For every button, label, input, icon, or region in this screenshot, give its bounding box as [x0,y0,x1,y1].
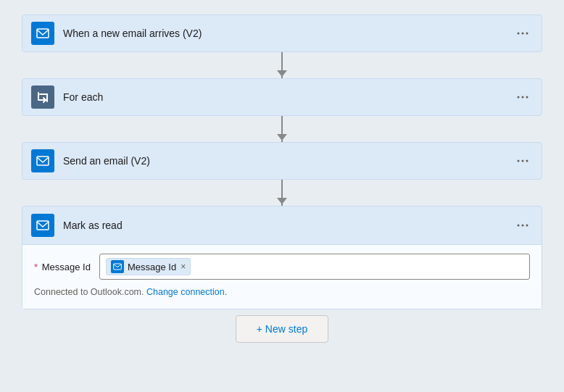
step-title-1: When a new email arrives (V2) [63,28,513,39]
flow-container: When a new email arrives (V2) For each [22,14,542,343]
connection-info: Connected to Outlook.com. Change connect… [34,287,530,297]
message-id-label: * Message Id [34,262,99,272]
svg-point-12 [518,225,520,227]
svg-rect-7 [37,157,49,165]
step-title-4: Mark as read [63,220,513,231]
required-star: * [34,262,38,272]
step-icon-3 [31,149,54,172]
arrow-down-1 [277,70,287,77]
more-options-button-4[interactable] [513,215,533,235]
message-id-field-row: * Message Id Message Id × [34,254,530,280]
svg-point-4 [518,96,520,99]
step-title-2: For each [63,91,513,103]
step-icon-2 [31,86,54,109]
step-card-4-header: Mark as read [22,207,542,244]
change-connection-link[interactable]: Change connection. [146,287,227,297]
svg-point-2 [522,33,524,35]
arrow-down-3 [277,198,287,204]
token-close-button[interactable]: × [181,262,186,271]
message-id-input[interactable]: Message Id × [99,254,530,280]
new-step-button[interactable]: + New step [236,315,328,343]
message-id-token: Message Id × [106,258,191,275]
step-card-4-body: * Message Id Message Id × [22,244,542,309]
token-icon [111,260,124,273]
step-card-1: When a new email arrives (V2) [22,14,542,52]
step-card-2: For each [22,78,542,116]
step-icon-1 [31,22,54,45]
svg-point-3 [526,33,528,35]
token-label: Message Id [128,262,176,272]
svg-point-5 [522,96,524,99]
connection-text: Connected to Outlook.com. [34,287,144,297]
svg-point-13 [522,225,524,227]
more-options-button-3[interactable] [513,151,533,171]
more-options-button-2[interactable] [513,87,533,107]
svg-rect-11 [37,221,49,230]
svg-point-1 [518,33,520,35]
step-icon-4 [31,214,54,237]
more-options-button-1[interactable] [513,23,533,43]
svg-rect-0 [37,29,49,38]
svg-point-14 [526,225,528,227]
step-card-3: Send an email (V2) [22,142,542,180]
step-title-3: Send an email (V2) [63,155,513,167]
svg-point-9 [522,160,524,162]
svg-point-6 [526,96,528,99]
svg-rect-15 [114,264,122,270]
svg-point-10 [526,160,528,162]
arrow-down-2 [277,134,287,141]
step-card-4: Mark as read * Message Id [22,206,542,309]
svg-point-8 [518,160,520,162]
